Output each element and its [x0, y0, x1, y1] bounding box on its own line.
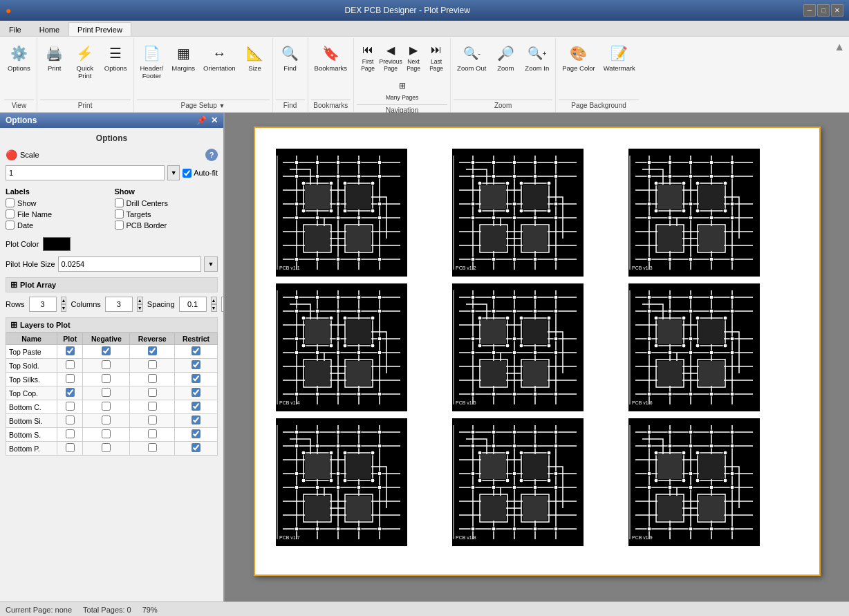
layer-restrict-cb-3[interactable] — [192, 388, 200, 397]
layer-reverse-cb-6[interactable] — [148, 429, 157, 438]
layer-negative-cb-1[interactable] — [102, 360, 111, 369]
spacing-up[interactable]: ▲ — [211, 297, 217, 304]
zoom-in-button[interactable]: 🔍+ Zoom In — [521, 39, 552, 75]
layer-plot-cb-1[interactable] — [66, 360, 75, 369]
layer-negative-7 — [83, 442, 130, 456]
layer-negative-cb-4[interactable] — [102, 402, 111, 411]
scale-dropdown-arrow[interactable]: ▼ — [167, 165, 180, 180]
pin-button[interactable]: 📌 — [196, 115, 207, 125]
svg-rect-316 — [481, 496, 506, 521]
prev-page-button[interactable]: ◀ PreviousPage — [380, 39, 402, 74]
layer-restrict-cb-6[interactable] — [192, 429, 200, 438]
pilot-hole-dropdown[interactable]: ▼ — [204, 256, 218, 272]
layer-reverse-cb-2[interactable] — [148, 374, 157, 383]
layer-negative-cb-6[interactable] — [102, 429, 111, 438]
watermark-icon: 📝 — [608, 42, 631, 64]
svg-point-305 — [554, 527, 558, 531]
quick-print-button[interactable]: ⚡ QuickPrint — [71, 39, 100, 83]
layer-negative-cb-5[interactable] — [102, 416, 111, 424]
watermark-button[interactable]: 📝 Watermark — [600, 39, 639, 75]
layer-negative-cb-0[interactable] — [102, 346, 111, 355]
layer-restrict-cb-2[interactable] — [192, 374, 200, 383]
tab-print-preview[interactable]: Print Preview — [68, 22, 131, 36]
spacing-down[interactable]: ▼ — [211, 304, 217, 312]
pilot-hole-input[interactable] — [58, 256, 201, 272]
svg-point-55 — [554, 202, 558, 206]
layer-name-5: Bottom Si. — [6, 414, 57, 428]
scale-help-button[interactable]: ? — [205, 149, 218, 161]
pcb-border-checkbox[interactable] — [115, 221, 124, 230]
restore-button[interactable]: □ — [817, 4, 830, 17]
layer-reverse-cb-5[interactable] — [148, 416, 157, 424]
last-page-button[interactable]: ⏭ LastPage — [425, 39, 447, 74]
drill-centers-checkbox[interactable] — [115, 198, 124, 207]
targets-checkbox[interactable] — [115, 209, 124, 218]
close-button[interactable]: ✕ — [831, 4, 843, 17]
layer-negative-cb-7[interactable] — [102, 443, 111, 452]
print-button[interactable]: 🖨️ Print — [40, 39, 69, 75]
labels-show-checkbox[interactable] — [6, 198, 15, 207]
svg-point-336 — [647, 485, 651, 489]
spacing-input[interactable] — [179, 297, 207, 312]
margins-button[interactable]: ▦ Margins — [168, 39, 198, 75]
svg-point-21 — [295, 257, 299, 261]
layer-reverse-cb-3[interactable] — [148, 388, 157, 397]
layer-restrict-cb-4[interactable] — [192, 402, 200, 411]
page-color-button[interactable]: 🎨 Page Color — [559, 39, 599, 75]
rows-input[interactable] — [29, 297, 57, 312]
options-button[interactable]: ⚙️ Options — [4, 39, 34, 75]
scale-input[interactable] — [6, 165, 165, 180]
layer-restrict-cb-0[interactable] — [192, 346, 200, 355]
svg-point-103 — [689, 257, 693, 261]
columns-up[interactable]: ▲ — [137, 297, 143, 304]
layer-restrict-cb-5[interactable] — [192, 416, 200, 424]
labels-filename-checkbox[interactable] — [6, 209, 15, 218]
layer-reverse-cb-4[interactable] — [148, 402, 157, 411]
print-options-button[interactable]: ☰ Options — [101, 39, 131, 75]
layer-negative-6 — [83, 428, 130, 442]
zoom-out-button[interactable]: 🔍- Zoom Out — [454, 39, 489, 75]
layer-plot-cb-7[interactable] — [66, 443, 75, 452]
tab-file[interactable]: File — [0, 22, 30, 36]
svg-rect-236 — [657, 361, 682, 386]
layer-plot-cb-4[interactable] — [66, 402, 75, 411]
ribbon-collapse-button[interactable]: ▲ — [834, 38, 848, 112]
orientation-button[interactable]: ↔ Orientation — [200, 39, 239, 75]
autofit-checkbox[interactable] — [183, 169, 192, 178]
svg-point-167 — [492, 309, 496, 313]
header-footer-button[interactable]: 📄 Header/Footer — [137, 39, 167, 83]
size-button[interactable]: 📐 Size — [241, 39, 270, 75]
rows-down[interactable]: ▼ — [61, 304, 67, 312]
page-color-icon: 🎨 — [568, 42, 590, 64]
layer-reverse-cb-0[interactable] — [148, 346, 157, 355]
zoom-button[interactable]: 🔎 Zoom — [491, 39, 520, 75]
plot-color-swatch[interactable] — [43, 237, 71, 251]
labels-date-checkbox[interactable] — [6, 221, 15, 230]
preview-scroll[interactable]: PCB v1.1PCB v1.2PCB v1.3PCB v1.4PCB v1.5… — [225, 113, 849, 601]
rows-up[interactable]: ▲ — [61, 297, 67, 304]
layer-plot-cb-2[interactable] — [66, 374, 75, 383]
bookmarks-button[interactable]: 🔖 Bookmarks — [311, 39, 351, 75]
page-setup-expand[interactable]: ▼ — [219, 102, 225, 109]
options-close-button[interactable]: ✕ — [211, 115, 218, 125]
layer-reverse-cb-7[interactable] — [148, 443, 157, 452]
columns-down[interactable]: ▼ — [137, 304, 143, 312]
find-button[interactable]: 🔍 Find — [276, 39, 305, 75]
layer-negative-cb-3[interactable] — [102, 388, 111, 397]
layer-negative-cb-2[interactable] — [102, 374, 111, 383]
columns-input[interactable] — [105, 297, 133, 312]
many-pages-button[interactable]: ⊞ Many Pages — [383, 75, 421, 103]
layer-reverse-cb-1[interactable] — [148, 360, 157, 369]
size-icon: 📐 — [244, 42, 266, 64]
next-page-button[interactable]: ▶ NextPage — [402, 39, 424, 74]
col-plot: Plot — [57, 333, 83, 345]
layer-plot-cb-5[interactable] — [66, 416, 75, 424]
layer-plot-cb-0[interactable] — [66, 346, 75, 355]
first-page-button[interactable]: ⏮ FirstPage — [357, 39, 379, 74]
layer-restrict-cb-1[interactable] — [192, 360, 200, 369]
minimize-button[interactable]: ─ — [803, 4, 816, 17]
tab-home[interactable]: Home — [30, 22, 68, 36]
layer-plot-cb-3[interactable] — [66, 388, 75, 397]
layer-restrict-cb-7[interactable] — [192, 443, 200, 452]
layer-plot-cb-6[interactable] — [66, 429, 75, 438]
